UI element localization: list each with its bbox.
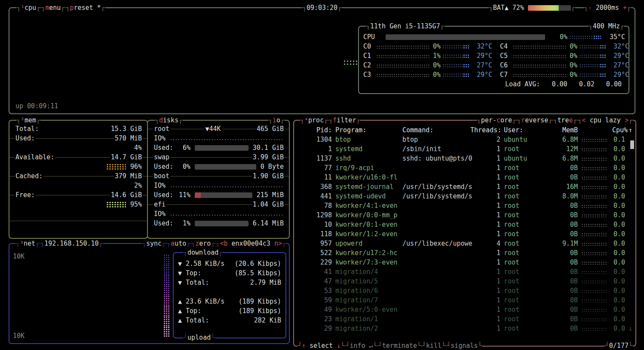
upload-title: upload bbox=[183, 333, 215, 342]
proc-row[interactable]: 118 kworker/1:2-even 1 root 0B 0.0 bbox=[294, 229, 635, 239]
proc-program: kworker/4:1-even bbox=[335, 201, 399, 210]
disks-panel: disks io root▼44K465 GiB IO% Used:6%30.1… bbox=[147, 120, 290, 239]
proc-reverse-button[interactable]: reverse bbox=[517, 116, 552, 125]
core-temp-graph bbox=[442, 54, 470, 58]
proc-command: /usr/lib/systemd/s bbox=[402, 192, 467, 201]
col-command[interactable]: Command: bbox=[402, 125, 467, 135]
proc-threads: 1 bbox=[470, 248, 500, 258]
mem-free-row: Free:14.6 GiB bbox=[15, 190, 143, 200]
col-mem[interactable]: MemB bbox=[550, 125, 578, 135]
core-label: C3 bbox=[363, 70, 376, 79]
proc-pid: 53 bbox=[298, 286, 332, 295]
download-total: ▼ Total:2.79 MiB bbox=[178, 278, 281, 287]
core-usage-meter bbox=[376, 64, 430, 67]
core-temp-graph bbox=[442, 64, 470, 67]
proc-cpu-percent: 0.0 bbox=[612, 154, 625, 163]
select-button[interactable]: ↑ select ↓ bbox=[297, 341, 345, 350]
mem-cached-percent: 2% bbox=[15, 181, 143, 190]
proc-row[interactable]: 1137 sshd sshd: ubuntu@pts/0 1 ubuntu 6.… bbox=[294, 154, 635, 163]
proc-command: /usr/lib/systemd/s bbox=[402, 182, 467, 192]
proc-mem: 0B bbox=[550, 267, 578, 277]
proc-user: root bbox=[504, 210, 547, 220]
tab-cpu[interactable]: ¹cpu bbox=[16, 3, 40, 12]
proc-mem: 0B bbox=[550, 295, 578, 305]
col-program[interactable]: Program: bbox=[335, 125, 399, 135]
col-threads[interactable]: Threads: bbox=[470, 125, 500, 135]
proc-cpu-percent: 0.0 bbox=[612, 295, 625, 305]
download-top: ▼ Top:(85.5 Kibps) bbox=[178, 268, 281, 278]
core-column-right: C4 0% 32°C C5 0% 29°C C6 bbox=[496, 42, 632, 79]
core-temp-graph bbox=[579, 45, 607, 49]
proc-cpu-graph bbox=[581, 144, 609, 154]
disks-title[interactable]: disks bbox=[155, 116, 183, 125]
proc-row[interactable]: 29 migration/2 1 root 0B 0.0 ↓ bbox=[294, 324, 635, 333]
proc-cpu-graph bbox=[581, 267, 609, 277]
core-usage-percent: 0% bbox=[570, 42, 579, 51]
proc-row[interactable]: 229 kworker/7:3-even 1 root 0B 0.0 bbox=[294, 258, 635, 267]
core-usage-percent: 1% bbox=[433, 51, 442, 61]
proc-row[interactable]: 957 upowerd /usr/libexec/upowe 4 root 9.… bbox=[294, 239, 635, 248]
tab-mem[interactable]: ²mem bbox=[16, 116, 40, 125]
proc-cpu-graph bbox=[581, 258, 609, 267]
proc-row[interactable]: 1 systemd /sbin/init 1 root 12M 0.0 bbox=[294, 144, 635, 154]
proc-program: migration/2 bbox=[335, 324, 399, 333]
proc-mem: 0B bbox=[550, 163, 578, 173]
tab-proc[interactable]: ⁴proc bbox=[300, 116, 328, 125]
proc-pid: 77 bbox=[298, 163, 332, 173]
proc-row[interactable]: 441 systemd-udevd /usr/lib/systemd/s 1 r… bbox=[294, 192, 635, 201]
kill-button[interactable]: kill bbox=[422, 341, 446, 350]
refresh-decrease-button[interactable]: - bbox=[588, 4, 592, 12]
proc-row[interactable]: 41 migration/4 1 root 0B 0.0 bbox=[294, 267, 635, 277]
proc-cpu-graph bbox=[581, 229, 609, 239]
core-temp: 29°C bbox=[607, 51, 629, 61]
proc-row[interactable]: 11 kworker/u16:0-fl 1 root 0B 0.0 bbox=[294, 173, 635, 182]
net-auto-button[interactable]: auto bbox=[166, 239, 190, 248]
proc-mem: 0B bbox=[550, 220, 578, 229]
preset-button[interactable]: preset * bbox=[65, 3, 105, 12]
proc-row[interactable]: 1298 kworker/0:0-mm_p 1 root 0B 0.0 bbox=[294, 210, 635, 220]
io-mode-button[interactable]: io bbox=[268, 116, 285, 125]
col-cpu[interactable]: Cpu% bbox=[612, 125, 625, 135]
scrollbar-thumb[interactable] bbox=[630, 140, 634, 149]
proc-user: root bbox=[504, 267, 547, 277]
proc-program: kworker/7:3-even bbox=[335, 258, 399, 267]
proc-row[interactable]: 49 kworker/5:0-even 1 root 0B 0.0 bbox=[294, 305, 635, 314]
proc-threads: 1 bbox=[470, 163, 500, 173]
proc-row[interactable]: 77 irq/9-acpi 1 root 0B 0.0 bbox=[294, 163, 635, 173]
signals-button[interactable]: signals bbox=[446, 341, 482, 350]
proc-row[interactable]: 1304 btop btop 2 ubuntu 6.8M 0.1 bbox=[294, 135, 635, 144]
proc-user: root bbox=[504, 220, 547, 229]
disk-efi-used: Used:1%6.14 MiB bbox=[153, 219, 285, 228]
proc-row[interactable]: 23 migration/1 1 root 0B 0.0 bbox=[294, 314, 635, 324]
proc-row[interactable]: 47 migration/5 1 root 0B 0.0 bbox=[294, 277, 635, 286]
proc-row[interactable]: 368 systemd-journal /usr/lib/systemd/s 1… bbox=[294, 182, 635, 192]
core-usage-percent: 0% bbox=[570, 70, 579, 79]
proc-filter-button[interactable]: filter bbox=[328, 116, 360, 125]
proc-tree-button[interactable]: tree bbox=[553, 116, 577, 125]
proc-row[interactable]: 78 kworker/4:1-even 1 root 0B 0.0 bbox=[294, 201, 635, 210]
core-row: C1 1% 29°C bbox=[359, 51, 496, 61]
net-sync-button[interactable]: sync bbox=[142, 239, 166, 248]
col-pid[interactable]: Pid: bbox=[298, 125, 332, 135]
cpu-total-temp-graph bbox=[569, 35, 601, 39]
net-zero-button[interactable]: zero bbox=[191, 239, 215, 248]
proc-row[interactable]: 53 migration/6 1 root 0B 0.0 bbox=[294, 286, 635, 295]
proc-row[interactable]: 59 migration/7 1 root 0B 0.0 bbox=[294, 295, 635, 305]
proc-sort-selector[interactable]: < cpu lazy > bbox=[578, 116, 633, 125]
core-usage-meter bbox=[513, 73, 567, 77]
col-user[interactable]: User: bbox=[504, 125, 547, 135]
proc-percore-button[interactable]: per-core bbox=[477, 116, 516, 125]
info-button[interactable]: info ↵ bbox=[345, 341, 377, 350]
terminate-button[interactable]: terminate bbox=[378, 341, 421, 350]
proc-cpu-percent: 0.0 bbox=[612, 286, 625, 295]
proc-row[interactable]: 522 kworker/u17:2-hc 1 root 0B 0.0 bbox=[294, 248, 635, 258]
disk-boot-used-meter bbox=[195, 192, 252, 198]
tab-net[interactable]: ³net bbox=[15, 239, 40, 248]
refresh-increase-button[interactable]: + bbox=[623, 4, 627, 12]
proc-user: root bbox=[504, 258, 547, 267]
proc-table-header[interactable]: Pid: Program: Command: Threads: User: Me… bbox=[294, 125, 635, 135]
proc-row[interactable]: 10 kworker/0:1-even 1 root 0B 0.0 bbox=[294, 220, 635, 229]
net-interface-selector[interactable]: <b enx00e04c3 n> bbox=[215, 239, 286, 248]
menu-button[interactable]: menu bbox=[41, 3, 65, 12]
core-temp-graph bbox=[579, 54, 607, 58]
